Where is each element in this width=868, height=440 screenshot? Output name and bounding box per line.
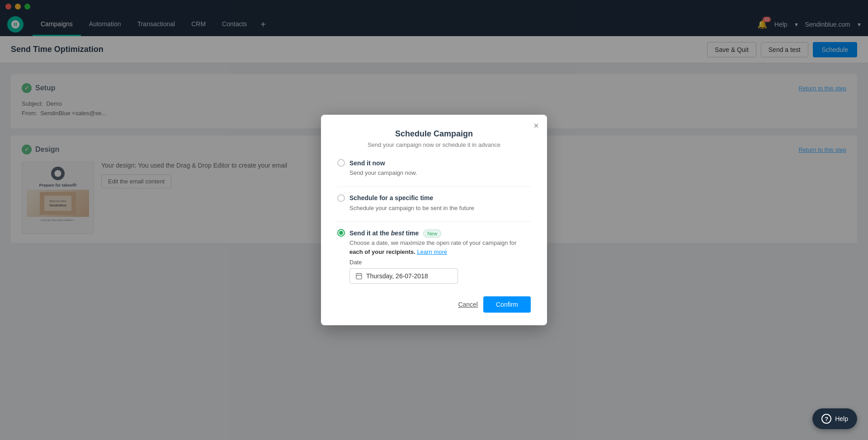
modal-overlay[interactable]: × Schedule Campaign Send your campaign n… xyxy=(0,0,868,440)
divider-2 xyxy=(337,221,531,222)
modal-footer: Cancel Confirm xyxy=(337,296,531,313)
new-badge: New xyxy=(423,229,441,238)
modal-subtitle: Send your campaign now or schedule it in… xyxy=(337,141,531,148)
option-best-time-title: Send it at the best time New xyxy=(349,229,441,237)
option-send-now: Send it now Send your campaign now. xyxy=(337,159,531,178)
radio-send-now[interactable] xyxy=(337,159,345,167)
radio-best-time[interactable] xyxy=(337,229,345,237)
date-section: Date Thursday, 26-07-2018 xyxy=(349,259,531,284)
option-best-time-label[interactable]: Send it at the best time New xyxy=(337,229,531,237)
option-send-now-label[interactable]: Send it now xyxy=(337,159,531,167)
modal-title: Schedule Campaign xyxy=(337,129,531,139)
option-schedule-specific: Schedule for a specific time Schedule yo… xyxy=(337,194,531,213)
option-send-now-desc: Send your campaign now. xyxy=(349,169,531,178)
calendar-icon xyxy=(355,272,363,280)
learn-more-link[interactable]: Learn more xyxy=(417,248,447,255)
divider-1 xyxy=(337,187,531,187)
modal-close-button[interactable]: × xyxy=(533,121,539,130)
date-input[interactable]: Thursday, 26-07-2018 xyxy=(349,268,458,284)
option-send-now-title: Send it now xyxy=(349,159,385,167)
confirm-button[interactable]: Confirm xyxy=(483,296,531,313)
date-label: Date xyxy=(349,259,531,266)
help-label: Help xyxy=(835,415,848,422)
schedule-modal: × Schedule Campaign Send your campaign n… xyxy=(321,115,547,325)
option-schedule-title: Schedule for a specific time xyxy=(349,194,433,201)
date-value: Thursday, 26-07-2018 xyxy=(366,272,428,280)
cancel-button[interactable]: Cancel xyxy=(458,301,478,308)
option-best-time: Send it at the best time New Choose a da… xyxy=(337,229,531,284)
option-schedule-label[interactable]: Schedule for a specific time xyxy=(337,194,531,202)
svg-rect-4 xyxy=(356,274,362,279)
option-best-time-desc: Choose a date, we maximize the open rate… xyxy=(349,239,531,256)
option-schedule-desc: Schedule your campaign to be sent in the… xyxy=(349,204,531,213)
help-fab[interactable]: ? Help xyxy=(812,408,857,429)
help-icon: ? xyxy=(821,414,831,424)
radio-schedule-specific[interactable] xyxy=(337,194,345,202)
